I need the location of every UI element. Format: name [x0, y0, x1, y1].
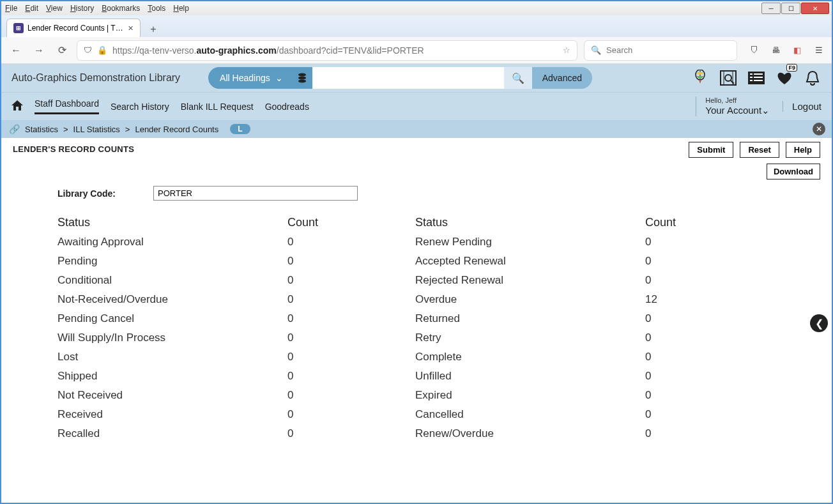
pocket-icon[interactable]: ⛉: [747, 44, 760, 57]
nav-blank-ill-request[interactable]: Blank ILL Request: [181, 102, 254, 112]
status-cell: Expired: [415, 389, 645, 402]
status-cell: Retry: [415, 332, 645, 344]
menu-history[interactable]: History: [70, 4, 94, 13]
tab-close-icon[interactable]: ✕: [128, 24, 134, 33]
status-cell: Not Received: [57, 389, 287, 402]
status-cell: Renew/Overdue: [415, 427, 645, 440]
menu-view[interactable]: View: [46, 4, 63, 13]
menu-file[interactable]: File: [5, 4, 17, 13]
status-header: Status: [57, 216, 287, 229]
breadcrumb: 🔗 Statistics > ILL Statistics > Lender R…: [1, 120, 832, 138]
window-controls: ─ ☐ ✕: [761, 3, 829, 14]
library-code-input[interactable]: [153, 186, 358, 201]
print-icon[interactable]: 🖶: [769, 44, 782, 57]
svg-rect-12: [750, 77, 753, 78]
favicon-icon: ⊞: [13, 23, 24, 33]
submit-button[interactable]: Submit: [689, 142, 733, 158]
count-cell: 0: [645, 370, 709, 383]
logout-link[interactable]: Logout: [783, 101, 822, 112]
status-cell: Overdue: [415, 293, 645, 306]
bell-icon[interactable]: [804, 69, 822, 87]
status-cell: Rejected Renewal: [415, 274, 645, 287]
status-header: Status: [415, 216, 645, 229]
breadcrumb-1[interactable]: Statistics: [25, 125, 58, 134]
account-label: Your Account: [705, 105, 761, 116]
browser-toolbar: ← → ⟳ 🛡 🔒 https://qa-tenv-verso.auto-gra…: [1, 37, 832, 64]
count-cell: 0: [645, 255, 709, 268]
status-cell: Pending: [57, 255, 287, 268]
search-type-dropdown[interactable]: All Headings ⌄: [208, 67, 292, 89]
status-cell: Cancelled: [415, 408, 645, 421]
hamburger-menu-icon[interactable]: ☰: [813, 44, 825, 57]
app-nav: Staff Dashboard Search History Blank ILL…: [1, 92, 832, 120]
reload-button[interactable]: ⟳: [54, 42, 70, 59]
svg-rect-15: [754, 80, 763, 81]
status-cell: Conditional: [57, 274, 287, 287]
os-menubar: File Edit View History Bookmarks Tools H…: [1, 1, 832, 15]
menu-help[interactable]: Help: [173, 4, 189, 13]
breadcrumb-3[interactable]: Lender Record Counts: [135, 125, 218, 134]
list-icon[interactable]: [747, 69, 765, 87]
url-text: https://qa-tenv-verso.auto-graphics.com/…: [112, 45, 558, 56]
help-button[interactable]: Help: [786, 142, 820, 158]
breadcrumb-close-icon[interactable]: ✕: [813, 123, 825, 135]
header-right-icons: F9: [691, 69, 822, 87]
extension-icon[interactable]: ◧: [791, 44, 804, 57]
library-code-row: Library Code:: [57, 186, 820, 201]
balloon-icon[interactable]: [691, 69, 709, 87]
chevron-down-icon: ⌄: [761, 105, 770, 116]
count-cell: 0: [645, 332, 709, 344]
app-header: Auto-Graphics Demonstration Library All …: [1, 64, 832, 92]
breadcrumb-pill: L: [230, 124, 250, 134]
menu-edit[interactable]: Edit: [25, 4, 38, 13]
minimize-button[interactable]: ─: [761, 3, 781, 14]
download-button[interactable]: Download: [767, 164, 820, 179]
side-panel-toggle[interactable]: ❮: [810, 314, 828, 332]
new-tab-button[interactable]: +: [144, 22, 162, 37]
advanced-search-button[interactable]: Advanced: [532, 67, 592, 89]
catalog-search-button[interactable]: 🔍: [504, 67, 532, 89]
svg-point-1: [298, 77, 306, 80]
breadcrumb-2[interactable]: ILL Statistics: [73, 125, 120, 134]
close-window-button[interactable]: ✕: [801, 3, 829, 14]
toolbar-icons: ⛉ 🖶 ◧ ☰: [747, 44, 825, 57]
favorites-heart-icon[interactable]: F9: [776, 69, 793, 87]
svg-rect-14: [750, 80, 753, 81]
search-placeholder: Search: [606, 45, 632, 55]
count-header: Count: [287, 216, 351, 229]
status-cell: Not-Received/Overdue: [57, 293, 287, 306]
count-cell: 0: [645, 312, 709, 325]
count-cell: 0: [645, 274, 709, 287]
svg-point-5: [725, 75, 731, 81]
database-icon[interactable]: [292, 67, 312, 89]
lock-icon: 🔒: [97, 45, 107, 55]
library-code-label: Library Code:: [57, 188, 134, 199]
count-header: Count: [645, 216, 709, 229]
back-button[interactable]: ←: [8, 42, 24, 59]
nav-goodreads[interactable]: Goodreads: [265, 102, 309, 112]
browser-search-bar[interactable]: 🔍 Search: [584, 40, 737, 61]
scan-icon[interactable]: [719, 69, 737, 87]
status-cell: Renew Pending: [415, 236, 645, 248]
maximize-button[interactable]: ☐: [781, 3, 800, 14]
count-cell: 0: [287, 236, 351, 248]
nav-staff-dashboard[interactable]: Staff Dashboard: [34, 98, 99, 114]
dropdown-label: All Headings: [220, 73, 270, 83]
browser-tab[interactable]: ⊞ Lender Record Counts | TENV | ✕: [6, 19, 141, 37]
account-box[interactable]: Hello, Jeff Your Account⌄: [696, 96, 770, 116]
shield-icon: 🛡: [84, 45, 92, 55]
reset-button[interactable]: Reset: [740, 142, 779, 158]
svg-rect-11: [754, 73, 763, 75]
status-cell: Complete: [415, 351, 645, 363]
home-icon[interactable]: [11, 100, 23, 112]
nav-search-history[interactable]: Search History: [111, 102, 169, 112]
forward-button[interactable]: →: [31, 42, 47, 59]
menu-tools[interactable]: Tools: [148, 4, 165, 13]
bookmark-star-icon[interactable]: ☆: [563, 45, 570, 55]
svg-rect-13: [754, 77, 763, 78]
status-cell: Will Supply/In Process: [57, 332, 287, 344]
url-bar[interactable]: 🛡 🔒 https://qa-tenv-verso.auto-graphics.…: [77, 40, 577, 61]
menu-bookmarks[interactable]: Bookmarks: [102, 4, 140, 13]
catalog-search-input[interactable]: [312, 67, 504, 89]
count-cell: 12: [645, 293, 709, 306]
